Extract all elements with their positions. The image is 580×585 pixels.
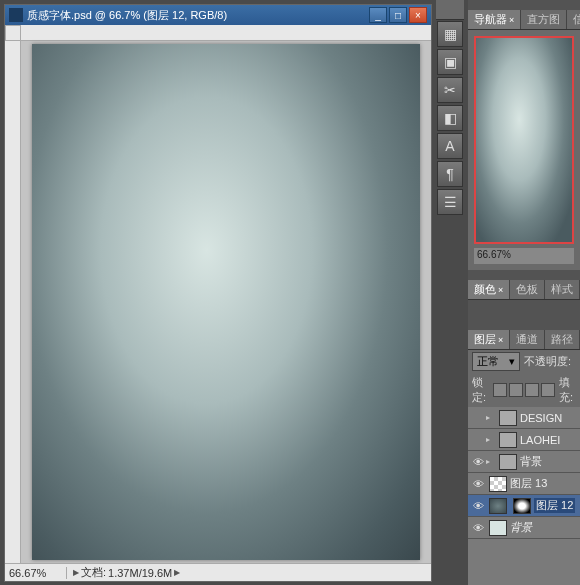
- ruler-horizontal[interactable]: [21, 25, 431, 41]
- navigator-zoom[interactable]: 66.67%: [474, 248, 574, 264]
- navigator-tabs: 导航器× 直方图 信息: [468, 10, 580, 30]
- tool-icon-5[interactable]: ¶: [437, 161, 463, 187]
- visibility-icon[interactable]: 👁: [470, 454, 486, 470]
- close-button[interactable]: ×: [409, 7, 427, 23]
- zoom-field[interactable]: 66.67%: [5, 567, 67, 579]
- tool-icon-2[interactable]: ✂: [437, 77, 463, 103]
- layer-name[interactable]: LAOHEI: [520, 434, 560, 446]
- layer-row[interactable]: ▸LAOHEI: [468, 429, 580, 451]
- expand-icon[interactable]: ▸: [486, 457, 496, 466]
- folder-icon: [499, 454, 517, 470]
- titlebar[interactable]: 质感字体.psd @ 66.7% (图层 12, RGB/8) _ □ ×: [5, 5, 431, 25]
- tab-info[interactable]: 信息: [567, 10, 580, 29]
- chevron-right-icon[interactable]: ▶: [174, 568, 180, 577]
- layer-row[interactable]: 👁▸背景: [468, 451, 580, 473]
- layer-name[interactable]: 图层 13: [510, 476, 547, 491]
- tab-histogram[interactable]: 直方图: [521, 10, 567, 29]
- window-title: 质感字体.psd @ 66.7% (图层 12, RGB/8): [27, 8, 369, 23]
- tool-strip: ▦▣✂◧A¶☰: [436, 0, 464, 585]
- lock-label: 锁定:: [472, 375, 489, 405]
- tab-channels[interactable]: 通道: [510, 330, 545, 349]
- tab-styles[interactable]: 样式: [545, 280, 580, 299]
- layer-mask-thumbnail[interactable]: [513, 498, 531, 514]
- ruler-vertical[interactable]: [5, 41, 21, 563]
- layer-list: ▸DESIGN▸LAOHEI👁▸背景👁图层 13👁图层 12👁背景: [468, 407, 580, 585]
- layer-thumbnail[interactable]: [489, 498, 507, 514]
- close-icon[interactable]: ×: [498, 335, 503, 345]
- opacity-label: 不透明度:: [524, 354, 571, 369]
- tool-icon-0[interactable]: ▦: [437, 21, 463, 47]
- expand-icon[interactable]: ▸: [486, 435, 496, 444]
- layer-row[interactable]: 👁图层 13: [468, 473, 580, 495]
- layers-tabs: 图层× 通道 路径: [468, 330, 580, 350]
- fill-label: 填充:: [559, 375, 576, 405]
- layer-row[interactable]: ▸DESIGN: [468, 407, 580, 429]
- lock-pixels-icon[interactable]: [509, 383, 523, 397]
- tab-paths[interactable]: 路径: [545, 330, 580, 349]
- lock-transparency-icon[interactable]: [493, 383, 507, 397]
- layer-row[interactable]: 👁背景: [468, 517, 580, 539]
- visibility-icon[interactable]: [470, 410, 486, 426]
- tab-layers[interactable]: 图层×: [468, 330, 510, 349]
- visibility-icon[interactable]: 👁: [470, 476, 486, 492]
- layer-name[interactable]: 背景: [510, 520, 532, 535]
- visibility-icon[interactable]: 👁: [470, 520, 486, 536]
- tool-icon-1[interactable]: ▣: [437, 49, 463, 75]
- chevron-right-icon[interactable]: ▶: [73, 568, 79, 577]
- layer-thumbnail[interactable]: [489, 520, 507, 536]
- ruler-origin[interactable]: [5, 25, 21, 41]
- tab-color[interactable]: 颜色×: [468, 280, 510, 299]
- doc-label: 文档:: [81, 565, 106, 580]
- layers-panel: 正常▾ 不透明度: 锁定: 填充: ▸DESIGN▸LAOHEI👁▸背景👁图层 …: [468, 350, 580, 585]
- tool-icon-6[interactable]: ☰: [437, 189, 463, 215]
- maximize-button[interactable]: □: [389, 7, 407, 23]
- expand-icon[interactable]: ▸: [486, 413, 496, 422]
- blend-mode-select[interactable]: 正常▾: [472, 352, 520, 371]
- panels-area: 导航器× 直方图 信息 66.67% 颜色× 色板 样式 图层× 通道 路径 正…: [468, 0, 580, 585]
- tab-swatches[interactable]: 色板: [510, 280, 545, 299]
- close-icon[interactable]: ×: [498, 285, 503, 295]
- chevron-down-icon: ▾: [509, 355, 515, 368]
- layer-name[interactable]: DESIGN: [520, 412, 562, 424]
- tool-icon-4[interactable]: A: [437, 133, 463, 159]
- layer-name[interactable]: 图层 12: [534, 498, 575, 513]
- doc-size: 1.37M/19.6M: [108, 567, 172, 579]
- minimize-button[interactable]: _: [369, 7, 387, 23]
- statusbar: 66.67% ▶ 文档: 1.37M/19.6M ▶: [5, 563, 431, 581]
- layer-name[interactable]: 背景: [520, 454, 542, 469]
- app-icon: [9, 8, 23, 22]
- canvas-area[interactable]: [21, 41, 431, 563]
- navigator-panel: 66.67%: [468, 30, 580, 270]
- lock-all-icon[interactable]: [541, 383, 555, 397]
- tab-navigator[interactable]: 导航器×: [468, 10, 521, 29]
- visibility-icon[interactable]: [470, 432, 486, 448]
- folder-icon: [499, 410, 517, 426]
- visibility-icon[interactable]: 👁: [470, 498, 486, 514]
- close-icon[interactable]: ×: [509, 15, 514, 25]
- document-window: 质感字体.psd @ 66.7% (图层 12, RGB/8) _ □ × 66…: [4, 4, 432, 582]
- color-tabs: 颜色× 色板 样式: [468, 280, 580, 300]
- navigator-preview[interactable]: [474, 36, 574, 244]
- layer-thumbnail[interactable]: [489, 476, 507, 492]
- folder-icon: [499, 432, 517, 448]
- color-panel: [468, 300, 580, 320]
- canvas[interactable]: [32, 44, 420, 560]
- lock-position-icon[interactable]: [525, 383, 539, 397]
- tool-icon-3[interactable]: ◧: [437, 105, 463, 131]
- layer-row[interactable]: 👁图层 12: [468, 495, 580, 517]
